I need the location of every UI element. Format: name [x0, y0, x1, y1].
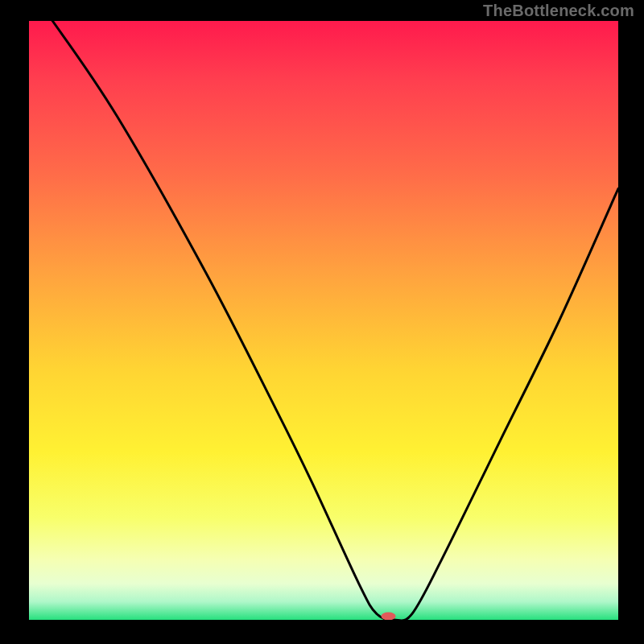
chart-frame: TheBottleneck.com	[0, 0, 644, 644]
bottleneck-chart	[0, 0, 644, 644]
watermark-text: TheBottleneck.com	[483, 2, 634, 20]
optimum-marker	[382, 613, 396, 621]
plot-background	[29, 21, 618, 620]
